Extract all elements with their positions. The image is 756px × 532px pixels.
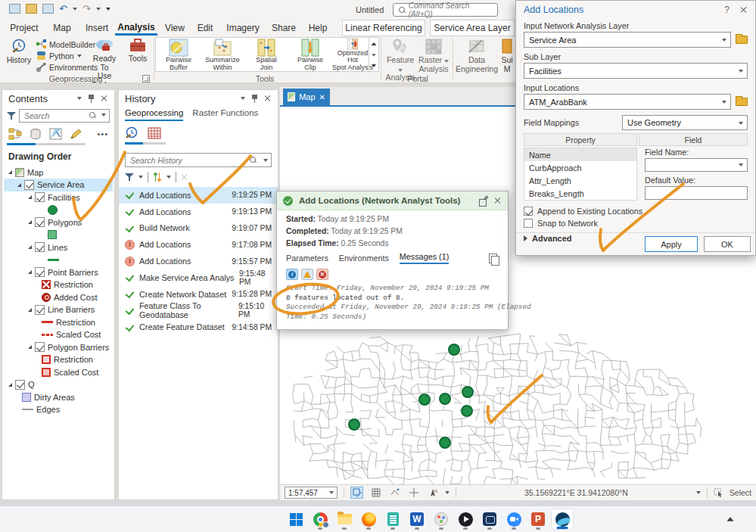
history-search-dropdown-icon[interactable] xyxy=(263,159,268,162)
dialog-help-icon[interactable]: ? xyxy=(724,5,730,15)
polygons-symbol[interactable] xyxy=(48,230,57,239)
gallery-scrollbar[interactable] xyxy=(369,38,378,71)
pairwise-clip-button[interactable]: PairwiseClip xyxy=(289,39,331,71)
ok-button[interactable]: OK xyxy=(704,236,751,252)
gallery-expand-icon[interactable] xyxy=(372,64,376,67)
open-project-icon[interactable] xyxy=(26,4,37,14)
dialog-close-icon[interactable] xyxy=(740,6,748,14)
compass-north-icon[interactable]: N xyxy=(426,487,439,499)
tree-item-service-area[interactable]: Service Area xyxy=(4,179,113,191)
line-barriers-checkbox[interactable] xyxy=(35,305,45,315)
taskbar-chrome[interactable] xyxy=(309,509,331,530)
gallery-scroll-up-icon[interactable] xyxy=(372,42,377,45)
crosshair-icon[interactable] xyxy=(407,487,420,499)
taskbar-arcgis-pro[interactable] xyxy=(551,509,574,530)
facilities-symbol[interactable] xyxy=(48,205,58,215)
lines-checkbox[interactable] xyxy=(35,242,45,252)
tree-item-polygon-barriers[interactable]: Polygon Barriers xyxy=(4,341,113,354)
contents-search-input[interactable] xyxy=(19,109,110,123)
tab-linear-referencing[interactable]: Linear Referencing xyxy=(342,20,425,36)
python-button[interactable]: Python xyxy=(36,51,82,61)
suitability-modeler-button-partial[interactable]: SuiM xyxy=(498,38,516,73)
pairwise-buffer-button[interactable]: PairwiseBuffer xyxy=(157,39,200,71)
tree-item-q[interactable]: Q xyxy=(4,378,113,391)
facility-point[interactable] xyxy=(439,393,451,405)
facility-point[interactable] xyxy=(439,437,451,449)
polygon-restriction-row[interactable]: Restriction xyxy=(4,353,113,366)
gallery-scroll-down-icon[interactable] xyxy=(372,54,375,57)
statusbar-dropdown-icon[interactable] xyxy=(445,491,450,494)
history-item[interactable]: ! Add Locations9:15:57 PM xyxy=(119,253,278,269)
redo-dropdown-icon[interactable] xyxy=(96,8,101,11)
undo-dropdown-icon[interactable] xyxy=(73,8,77,11)
contents-pin-icon[interactable] xyxy=(88,95,95,103)
taskbar-show-hidden-icon[interactable] xyxy=(727,517,734,521)
history-close-icon[interactable] xyxy=(264,95,272,102)
tree-item-point-barriers[interactable]: Point Barriers xyxy=(4,266,113,279)
taskbar-zoom[interactable] xyxy=(502,509,525,530)
tab-analysis[interactable]: Analysis xyxy=(115,20,157,36)
tab-share[interactable]: Share xyxy=(266,20,301,36)
dynamic-constraints-icon[interactable] xyxy=(388,487,401,499)
snapping-toggle-icon[interactable] xyxy=(350,487,363,499)
warning-filter-chip[interactable] xyxy=(301,269,313,280)
map-scale-selector[interactable]: 1:57,457 xyxy=(285,487,338,499)
tree-item-lines[interactable]: Lines xyxy=(4,241,113,254)
tree-item-map[interactable]: Map xyxy=(4,166,113,179)
new-project-icon[interactable] xyxy=(42,4,54,14)
input-locations-select[interactable]: ATM_ArabBank xyxy=(524,94,731,110)
point-barriers-checkbox[interactable] xyxy=(35,267,45,277)
tab-service-area-layer[interactable]: Service Area Layer xyxy=(430,20,515,36)
snap-checkbox[interactable] xyxy=(524,219,533,228)
contents-more-icon[interactable]: ••• xyxy=(97,129,108,138)
geoprocessing-history-icon[interactable] xyxy=(125,126,140,140)
tools-button[interactable]: Tools xyxy=(123,38,153,64)
polygons-checkbox[interactable] xyxy=(35,217,45,227)
polygon-barriers-checkbox[interactable] xyxy=(35,342,45,352)
history-item[interactable]: Add Locations9:19:25 PM xyxy=(119,187,278,204)
property-row-curbapproach[interactable]: CurbApproach xyxy=(524,161,636,174)
modelbuilder-button[interactable]: ModelBuilder xyxy=(36,39,95,49)
tab-edit[interactable]: Edit xyxy=(191,20,219,36)
service-area-checkbox[interactable] xyxy=(24,180,34,190)
taskbar-media-player[interactable] xyxy=(454,509,477,530)
command-search[interactable]: Command Search (Alt+Q) xyxy=(393,3,498,17)
error-filter-chip[interactable]: ✕ xyxy=(316,269,328,280)
history-item[interactable]: ! Add Locations9:17:08 PM xyxy=(119,236,278,253)
popup-open-icon[interactable] xyxy=(479,197,488,205)
input-layer-select[interactable]: Service Area xyxy=(524,32,731,48)
tree-item-line-barriers[interactable]: Line Barriers xyxy=(4,303,113,316)
lines-symbol[interactable] xyxy=(48,259,59,261)
facilities-checkbox[interactable] xyxy=(35,192,45,202)
redo-icon[interactable]: ↷ xyxy=(82,4,91,14)
browse-folder-icon[interactable] xyxy=(736,36,748,44)
taskbar-powerpoint[interactable]: P xyxy=(527,509,549,530)
taskbar-file-explorer[interactable] xyxy=(333,509,356,530)
apply-button[interactable]: Apply xyxy=(645,236,698,252)
tab-view[interactable]: View xyxy=(159,20,191,36)
tab-imagery[interactable]: Imagery xyxy=(221,20,265,36)
popup-close-icon[interactable] xyxy=(494,197,502,204)
customize-qat-icon[interactable] xyxy=(106,8,110,11)
map-tab-close-icon[interactable]: ✕ xyxy=(319,93,325,101)
history-item[interactable]: Create Feature Dataset9:14:58 PM xyxy=(119,319,278,335)
tree-item-facilities[interactable]: Facilities xyxy=(4,191,113,204)
spatial-join-button[interactable]: SpatialJoin xyxy=(245,39,288,71)
contents-close-icon[interactable] xyxy=(101,95,108,102)
tab-raster-functions[interactable]: Raster Functions xyxy=(192,108,258,121)
info-filter-chip[interactable]: i xyxy=(286,269,298,280)
selection-icon[interactable] xyxy=(49,128,62,140)
popup-tab-messages[interactable]: Messages (1) xyxy=(400,252,449,264)
field-name-select[interactable] xyxy=(645,158,748,172)
taskbar-windows-start[interactable] xyxy=(285,509,307,530)
data-engineering-button[interactable]: DataEngineering xyxy=(457,38,496,73)
popup-tab-environments[interactable]: Environments xyxy=(339,254,389,264)
tab-map[interactable]: Map xyxy=(47,20,77,36)
sub-layer-select[interactable]: Facilities xyxy=(524,63,748,79)
taskbar-firefox[interactable] xyxy=(357,509,380,530)
geoprocessing-launcher-icon[interactable] xyxy=(142,75,150,82)
field-mappings-select[interactable]: Use Geometry xyxy=(622,115,748,130)
history-collapse-icon[interactable] xyxy=(241,97,245,100)
history-delete-icon[interactable] xyxy=(181,173,188,181)
append-checkbox[interactable] xyxy=(524,207,533,216)
